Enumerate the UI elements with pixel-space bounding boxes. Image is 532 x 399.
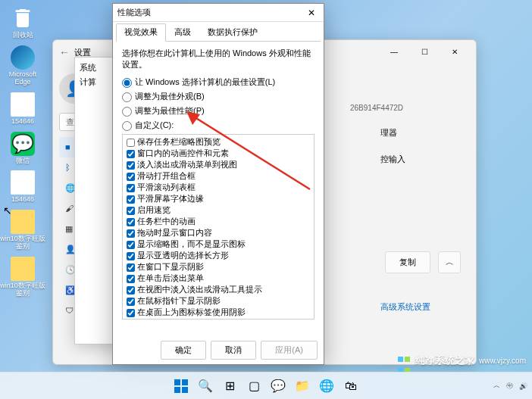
taskbar-right[interactable]: ︿ ㊥ 🔊 <box>493 381 527 391</box>
desktop-icon-wechat[interactable]: 💬微信 <box>0 132 45 165</box>
radio-option-0[interactable]: 让 Windows 选择计算机的最佳设置(L) <box>122 76 315 88</box>
check-input[interactable] <box>127 207 135 215</box>
folder-icon <box>11 257 35 281</box>
tray-chevron-icon[interactable]: ︿ <box>493 381 500 391</box>
check-input[interactable] <box>127 298 135 306</box>
check-option-8[interactable]: 拖动时显示窗口内容 <box>124 227 312 238</box>
recycle-icon <box>11 6 35 30</box>
check-option-6[interactable]: 启用速览 <box>124 204 312 216</box>
close-icon[interactable]: ✕ <box>304 8 319 18</box>
radio-option-2[interactable]: 调整为最佳性能(P) <box>122 105 315 117</box>
check-input[interactable] <box>127 184 135 192</box>
perf-checklist[interactable]: 保存任务栏缩略图预览窗口内的动画控件和元素淡入淡出或滑动菜单到视图滑动打开组合框… <box>122 134 315 320</box>
check-option-12[interactable]: 在单击后淡出菜单 <box>124 273 312 284</box>
svg-rect-3 <box>182 379 188 385</box>
desktop: 回收站 Microsoft Edge 154646 💬微信 154646 win… <box>0 0 53 304</box>
edge-icon <box>11 45 35 70</box>
desktop-icon-edge[interactable]: Microsoft Edge <box>0 45 45 86</box>
explorer-icon[interactable]: 📁 <box>292 376 313 397</box>
volume-icon[interactable]: 🔊 <box>519 382 527 390</box>
perf-body: 选择你想在此计算机上使用的 Windows 外观和性能设置。 让 Windows… <box>113 42 324 326</box>
check-option-2[interactable]: 淡入淡出或滑动菜单到视图 <box>124 159 312 170</box>
check-input[interactable] <box>127 252 135 260</box>
check-input[interactable] <box>127 241 135 249</box>
cancel-button[interactable]: 取消 <box>211 341 256 360</box>
check-input[interactable] <box>127 161 135 170</box>
perf-tabs: 视觉效果 高级 数据执行保护 <box>116 23 321 42</box>
wechat-icon: 💬 <box>11 132 35 156</box>
check-option-16[interactable]: 在最大化和最小化时显示窗口动画 <box>124 318 312 320</box>
check-input[interactable] <box>127 309 135 317</box>
close-button[interactable]: ✕ <box>440 40 470 64</box>
radio-input[interactable] <box>122 107 132 117</box>
check-option-9[interactable]: 显示缩略图，而不是显示图标 <box>124 238 312 250</box>
check-input[interactable] <box>127 218 135 226</box>
check-option-5[interactable]: 平滑屏幕字体边缘 <box>124 193 312 204</box>
check-option-7[interactable]: 任务栏中的动画 <box>124 216 312 227</box>
tab-advanced[interactable]: 高级 <box>166 23 199 41</box>
check-input[interactable] <box>127 275 135 283</box>
ok-button[interactable]: 确定 <box>161 341 206 360</box>
widgets-icon[interactable]: ▢ <box>243 376 264 397</box>
check-option-10[interactable]: 显示亚透明的选择长方形 <box>124 250 312 261</box>
performance-options-dialog: 性能选项 ✕ 视觉效果 高级 数据执行保护 选择你想在此计算机上使用的 Wind… <box>112 3 324 365</box>
check-input[interactable] <box>127 263 135 272</box>
ime-icon[interactable]: ㊥ <box>506 381 513 391</box>
input-label: 控输入 <box>380 154 467 165</box>
desktop-icon-doc1[interactable]: 154646 <box>0 92 45 126</box>
check-input[interactable] <box>127 286 135 295</box>
check-input[interactable] <box>127 229 135 238</box>
watermark-logo <box>397 354 411 367</box>
svg-rect-2 <box>174 379 180 385</box>
back-button[interactable]: ← <box>59 46 74 58</box>
copy-button[interactable]: 复制 <box>385 251 430 273</box>
check-option-13[interactable]: 在视图中淡入淡出或滑动工具提示 <box>124 284 312 295</box>
folder-icon <box>11 210 35 234</box>
apply-button[interactable]: 应用(A) <box>261 341 318 360</box>
watermark: 纯净系统之家 www.vjzy.com <box>397 354 526 367</box>
check-input[interactable] <box>127 173 135 181</box>
minimize-button[interactable]: — <box>379 40 409 64</box>
desktop-icon-folder2[interactable]: win10数字旺版鉴别 <box>0 257 45 298</box>
check-option-14[interactable]: 在鼠标指针下显示阴影 <box>124 295 312 307</box>
radio-option-3[interactable]: 自定义(C): <box>122 120 315 131</box>
file-icon <box>11 170 35 195</box>
check-option-4[interactable]: 平滑滚动列表框 <box>124 182 312 193</box>
radio-input[interactable] <box>122 92 132 102</box>
edge-taskbar-icon[interactable]: 🌐 <box>316 376 337 397</box>
chat-icon[interactable]: 💬 <box>268 376 289 397</box>
sys-title: 系统 <box>80 62 114 73</box>
perf-desc: 选择你想在此计算机上使用的 Windows 外观和性能设置。 <box>122 48 315 70</box>
tab-visual-effects[interactable]: 视觉效果 <box>116 23 166 42</box>
perf-buttons: 确定 取消 应用(A) <box>161 341 318 360</box>
check-option-11[interactable]: 在窗口下显示阴影 <box>124 261 312 273</box>
svg-rect-5 <box>182 387 188 393</box>
check-option-1[interactable]: 窗口内的动画控件和元素 <box>124 148 312 159</box>
check-option-3[interactable]: 滑动打开组合框 <box>124 170 312 182</box>
tab-dep[interactable]: 数据执行保护 <box>199 23 266 41</box>
radio-input[interactable] <box>122 121 132 131</box>
check-option-15[interactable]: 在桌面上为图标标签使用阴影 <box>124 307 312 318</box>
check-input[interactable] <box>127 150 135 158</box>
desktop-icon-file1[interactable]: 154646 <box>0 170 45 204</box>
search-icon[interactable]: 🔍 <box>195 376 216 397</box>
radio-option-1[interactable]: 调整为最佳外观(B) <box>122 91 315 102</box>
start-button[interactable] <box>171 376 192 397</box>
desktop-icon-recycle[interactable]: 回收站 <box>0 6 45 39</box>
advanced-system-link[interactable]: 高级系统设置 <box>380 301 467 313</box>
taskview-icon[interactable]: ⊞ <box>219 376 240 397</box>
store-icon[interactable]: 🛍 <box>340 376 361 397</box>
expand-button[interactable]: ︿ <box>438 251 461 273</box>
check-option-0[interactable]: 保存任务栏缩略图预览 <box>124 136 312 148</box>
sys-sub: 计算 <box>80 76 114 88</box>
device-id: 26B914F4472D <box>350 104 467 112</box>
check-input[interactable] <box>127 139 135 147</box>
watermark-url: www.vjzy.com <box>479 357 526 365</box>
doc-icon <box>11 92 35 117</box>
desktop-icon-folder1[interactable]: win10数字旺版鉴别 <box>0 210 45 251</box>
maximize-button[interactable]: ☐ <box>409 40 440 64</box>
perf-titlebar[interactable]: 性能选项 ✕ <box>113 4 324 22</box>
perf-radios: 让 Windows 选择计算机的最佳设置(L)调整为最佳外观(B)调整为最佳性能… <box>122 76 315 131</box>
radio-input[interactable] <box>122 78 132 88</box>
check-input[interactable] <box>127 195 135 204</box>
